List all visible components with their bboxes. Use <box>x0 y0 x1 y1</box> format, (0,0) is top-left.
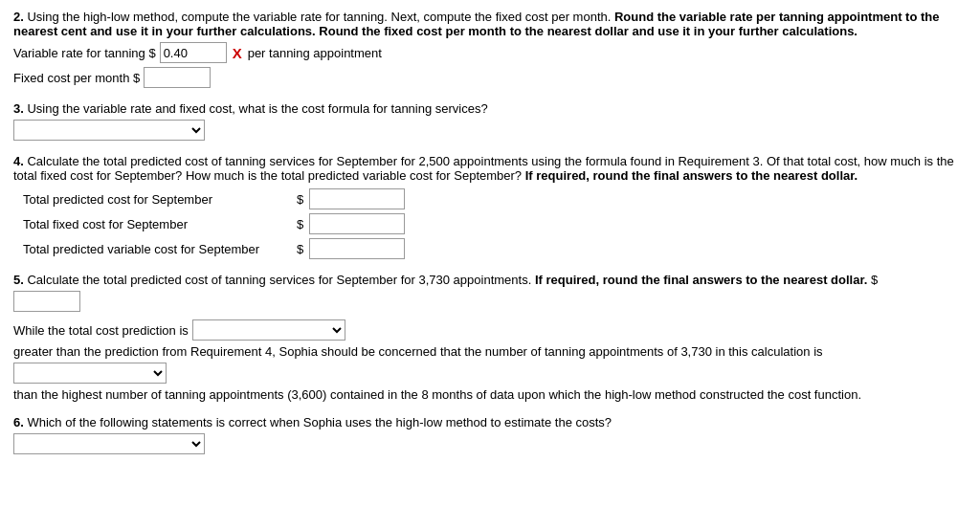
q5-answer-input[interactable] <box>13 291 80 312</box>
q2-number: 2. <box>13 10 24 24</box>
q5-number: 5. <box>13 273 24 287</box>
q4-row-1: Total predicted cost for September $ <box>23 188 967 209</box>
q6-select[interactable] <box>13 433 205 454</box>
q2-x-mark: X <box>233 45 242 61</box>
question-2: 2. Using the high-low method, compute th… <box>13 10 967 88</box>
question-6: 6. Which of the following statements is … <box>13 415 967 454</box>
q2-variable-input[interactable] <box>160 42 227 63</box>
q5-dropdown1[interactable] <box>192 319 345 341</box>
q2-variable-label: Variable rate for tanning $ <box>13 46 156 60</box>
q4-dollar-2: $ <box>297 217 303 231</box>
q4-label-3: Total predicted variable cost for Septem… <box>23 242 291 256</box>
q5-second-row: than the highest number of tanning appoi… <box>13 363 967 402</box>
q3-formula-select[interactable] <box>13 120 205 141</box>
q3-number: 3. <box>13 101 24 116</box>
q4-input-3[interactable] <box>309 238 405 259</box>
q4-text-bold: If required, round the final answers to … <box>525 168 858 183</box>
q4-dollar-3: $ <box>297 242 303 256</box>
q6-number: 6. <box>13 415 24 429</box>
q4-dollar-1: $ <box>297 192 303 207</box>
q5-input-row <box>13 291 967 312</box>
q2-variable-row: Variable rate for tanning $ X per tannin… <box>13 42 967 63</box>
q4-row-3: Total predicted variable cost for Septem… <box>23 238 967 259</box>
q6-dropdown-row <box>13 433 967 454</box>
q4-input-2[interactable] <box>309 213 405 234</box>
q2-fixed-input[interactable] <box>144 67 211 88</box>
q4-cost-table: Total predicted cost for September $ Tot… <box>23 188 967 259</box>
question-3: 3. Using the variable rate and fixed cos… <box>13 101 967 141</box>
q4-row-2: Total fixed cost for September $ <box>23 213 967 234</box>
q5-dollar-label: $ <box>871 273 878 287</box>
q5-while-row: While the total cost prediction is great… <box>13 319 967 359</box>
q2-text1: Using the high-low method, compute the v… <box>13 10 939 38</box>
q4-input-1[interactable] <box>309 188 405 209</box>
question-4: 4. Calculate the total predicted cost of… <box>13 154 967 259</box>
q2-fixed-row: Fixed cost per month $ <box>13 67 967 88</box>
q5-dropdown2[interactable] <box>13 363 167 384</box>
q5-while-text: While the total cost prediction is <box>13 323 189 338</box>
q5-end-text: than the highest number of tanning appoi… <box>13 387 861 402</box>
q4-number: 4. <box>13 154 24 168</box>
q3-dropdown-row <box>13 120 967 141</box>
q6-text: Which of the following statements is cor… <box>27 415 612 429</box>
q5-text-bold: If required, round the final answers to … <box>535 273 867 287</box>
q4-label-1: Total predicted cost for September <box>23 192 291 207</box>
q4-label-2: Total fixed cost for September <box>23 217 291 231</box>
q3-text: Using the variable rate and fixed cost, … <box>27 101 487 116</box>
q2-fixed-label: Fixed cost per month $ <box>13 71 140 85</box>
question-5: 5. Calculate the total predicted cost of… <box>13 273 967 402</box>
q5-text1: Calculate the total predicted cost of ta… <box>27 273 531 287</box>
q5-middle-text: greater than the prediction from Require… <box>13 344 823 359</box>
q2-per-tanning: per tanning appointment <box>248 46 382 60</box>
